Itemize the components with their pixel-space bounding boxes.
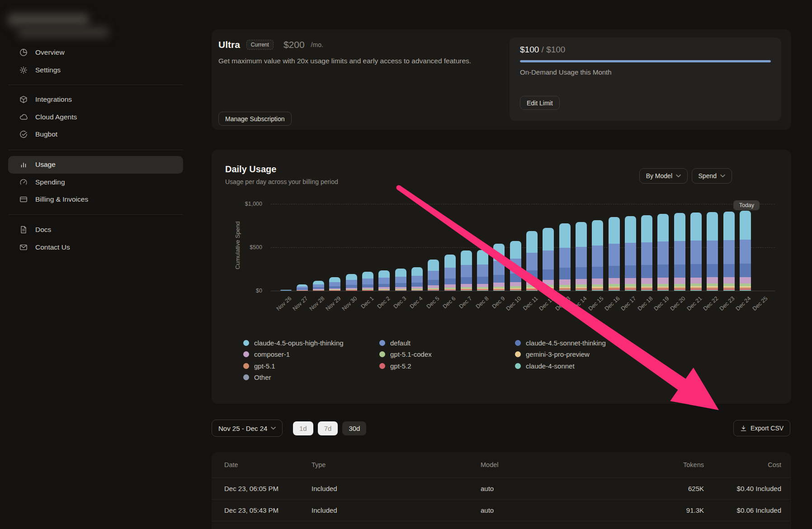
bar-dec-3[interactable] bbox=[395, 269, 406, 291]
bar-nov-30[interactable] bbox=[346, 274, 357, 291]
sidebar-item-docs[interactable]: Docs bbox=[8, 221, 183, 239]
bar-dec-23[interactable] bbox=[723, 212, 735, 291]
bar-dec-7[interactable] bbox=[461, 250, 472, 291]
bar-segment-default bbox=[543, 250, 554, 269]
sidebar-item-usage[interactable]: Usage bbox=[8, 156, 183, 174]
bar-dec-19[interactable] bbox=[657, 214, 669, 291]
sidebar-item-label: Spending bbox=[35, 178, 65, 186]
bar-dec-11[interactable] bbox=[526, 231, 538, 291]
range-option-1d[interactable]: 1d bbox=[293, 421, 313, 435]
sidebar-item-billing-invoices[interactable]: Billing & Invoices bbox=[8, 191, 183, 208]
bar-segment-claude-4.5-sonnet-thinking bbox=[641, 265, 652, 278]
bar-segment-claude-4-sonnet bbox=[707, 290, 718, 291]
legend-dot bbox=[243, 363, 249, 369]
bar-segment-claude-4.5-sonnet-thinking bbox=[674, 264, 685, 278]
bar-dec-4[interactable] bbox=[411, 267, 423, 291]
bar-segment-claude-4.5-opus-high-thinking bbox=[378, 270, 390, 278]
bar-segment-claude-4.5-opus-high-thinking bbox=[592, 220, 603, 246]
sidebar-item-label: Integrations bbox=[35, 95, 72, 104]
bar-dec-18[interactable] bbox=[641, 215, 652, 291]
sidebar-divider bbox=[8, 214, 183, 215]
bar-dec-20[interactable] bbox=[674, 213, 685, 291]
bar-nov-28[interactable] bbox=[313, 281, 324, 291]
bar-dec-8[interactable] bbox=[477, 250, 488, 291]
bar-segment-claude-4.5-sonnet-thinking bbox=[510, 274, 521, 282]
bar-nov-26[interactable] bbox=[280, 290, 292, 291]
bar-segment-claude-4.5-opus-high-thinking bbox=[395, 269, 406, 277]
date-range-dropdown[interactable]: Nov 25 - Dec 24 bbox=[212, 420, 283, 437]
bar-segment-claude-4.5-opus-high-thinking bbox=[543, 228, 554, 250]
bar-dec-5[interactable] bbox=[428, 260, 439, 291]
bar-segment-default bbox=[723, 240, 735, 264]
bar-dec-1[interactable] bbox=[362, 272, 373, 291]
bar-dec-22[interactable] bbox=[707, 212, 718, 291]
export-csv-button[interactable]: Export CSV bbox=[733, 420, 790, 436]
legend-item-gpt-5.1-codex: gpt-5.1-codex bbox=[379, 350, 432, 359]
legend-item-default: default bbox=[379, 338, 411, 348]
table-row[interactable]: Dec 23, 06:05 PMIncludedauto625K$0.40 In… bbox=[212, 478, 791, 500]
bar-segment-composer-1 bbox=[625, 278, 636, 284]
bar-dec-2[interactable] bbox=[378, 270, 390, 291]
on-demand-separator: / bbox=[542, 45, 547, 54]
bar-segment-default bbox=[411, 276, 423, 283]
bar-segment-composer-1 bbox=[609, 278, 620, 284]
bar-segment-claude-4-sonnet bbox=[609, 290, 620, 291]
bar-segment-default bbox=[329, 282, 340, 286]
bar-segment-default bbox=[313, 284, 324, 288]
bar-dec-12[interactable] bbox=[543, 228, 554, 291]
table-cell: Included bbox=[312, 506, 481, 514]
sidebar-item-overview[interactable]: Overview bbox=[8, 44, 183, 61]
bar-segment-claude-4.5-sonnet-thinking bbox=[411, 283, 423, 287]
legend-item-composer-1: composer-1 bbox=[243, 350, 290, 359]
sidebar-item-cloud-agents[interactable]: Cloud Agents bbox=[8, 109, 183, 126]
sidebar-item-bugbot[interactable]: Bugbot bbox=[8, 126, 183, 143]
sidebar-item-label: Settings bbox=[35, 66, 61, 74]
bar-dec-10[interactable] bbox=[510, 241, 521, 291]
sidebar-item-settings[interactable]: Settings bbox=[8, 61, 183, 79]
bar-nov-29[interactable] bbox=[329, 277, 340, 291]
bar-segment-default bbox=[609, 244, 620, 266]
legend-item-claude-4.5-opus-high-thinking: claude-4.5-opus-high-thinking bbox=[243, 338, 344, 348]
bar-dec-17[interactable] bbox=[625, 216, 636, 291]
date-range-label: Nov 25 - Dec 24 bbox=[218, 425, 267, 432]
bar-segment-claude-4.5-opus-high-thinking bbox=[576, 222, 587, 247]
sidebar-item-label: Overview bbox=[35, 48, 65, 57]
usage-events-table-card: DateTypeModelTokensCost Dec 23, 06:05 PM… bbox=[212, 452, 791, 529]
bar-dec-6[interactable] bbox=[444, 255, 456, 291]
bar-segment-composer-1 bbox=[543, 280, 554, 285]
legend-label: default bbox=[390, 339, 411, 347]
logo-blur-block bbox=[18, 26, 109, 38]
sidebar-item-spending[interactable]: Spending bbox=[8, 174, 183, 191]
bar-nov-27[interactable] bbox=[297, 284, 308, 291]
sidebar-item-integrations[interactable]: Integrations bbox=[8, 91, 183, 109]
bar-segment-claude-4-sonnet bbox=[493, 290, 505, 291]
bar-segment-default bbox=[707, 241, 718, 264]
bar-segment-composer-1 bbox=[657, 278, 669, 284]
bar-dec-14[interactable] bbox=[576, 222, 587, 291]
on-demand-label: On-Demand Usage this Month bbox=[520, 68, 612, 76]
bar-dec-13[interactable] bbox=[559, 223, 571, 291]
bar-segment-composer-1 bbox=[690, 278, 702, 284]
bar-segment-claude-4-sonnet bbox=[526, 290, 538, 291]
range-option-30d[interactable]: 30d bbox=[342, 421, 366, 435]
bar-segment-claude-4.5-opus-high-thinking bbox=[641, 215, 652, 242]
table-cell: 91.3K bbox=[630, 506, 704, 514]
sidebar-item-contact-us[interactable]: Contact Us bbox=[8, 239, 183, 256]
bar-segment-default bbox=[378, 278, 390, 284]
bar-dec-16[interactable] bbox=[609, 217, 620, 291]
range-option-7d[interactable]: 7d bbox=[318, 421, 338, 435]
bar-dec-15[interactable] bbox=[592, 220, 603, 291]
bar-dec-21[interactable] bbox=[690, 213, 702, 291]
on-demand-progress-fill bbox=[520, 60, 771, 62]
manage-subscription-button[interactable]: Manage Subscription bbox=[218, 112, 292, 126]
bar-segment-claude-4.5-opus-high-thinking bbox=[526, 231, 538, 252]
edit-limit-button[interactable]: Edit Limit bbox=[520, 96, 560, 110]
table-row[interactable]: Dec 23, 05:43 PMIncludedauto91.3K$0.06 I… bbox=[212, 500, 791, 521]
bar-dec-24[interactable] bbox=[740, 211, 751, 291]
bar-dec-9[interactable] bbox=[493, 244, 505, 291]
bar-segment-claude-4-sonnet bbox=[641, 290, 652, 291]
bar-segment-default bbox=[740, 240, 751, 264]
bar-segment-claude-4.5-sonnet-thinking bbox=[378, 284, 390, 288]
bar-segment-default bbox=[592, 246, 603, 267]
bar-segment-claude-4.5-sonnet-thinking bbox=[477, 277, 488, 283]
